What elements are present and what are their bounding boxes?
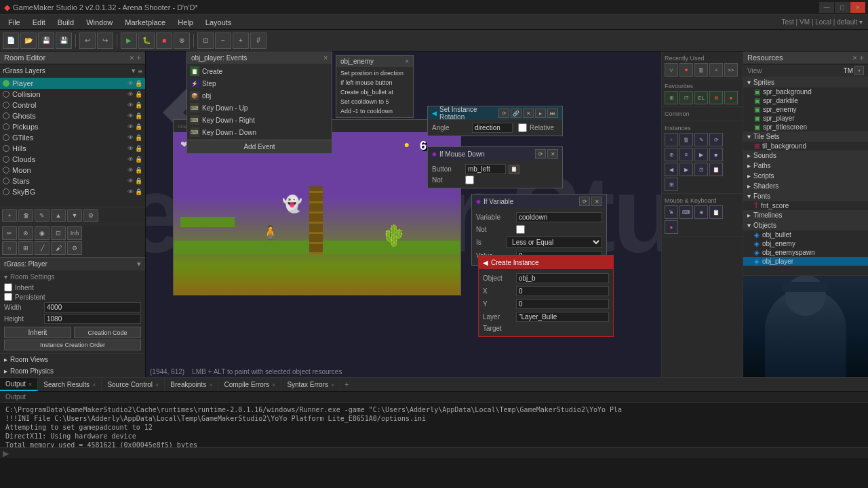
layer-skybg[interactable]: SkyBG 👁🔒: [0, 186, 145, 197]
scripts-section-header[interactable]: ▸ Scripts: [743, 171, 868, 181]
inst-icon-1[interactable]: +: [665, 133, 678, 146]
layer-lock-player[interactable]: 🔒: [135, 80, 142, 87]
layer-lock-hills[interactable]: 🔒: [135, 145, 142, 152]
layer-lock-stars[interactable]: 🔒: [135, 178, 142, 184]
event-keydown-up[interactable]: ⌨ Key Down - Up: [187, 102, 332, 114]
eraser-tool[interactable]: ⊗: [18, 226, 33, 240]
res-spr-titlescreen[interactable]: ▣spr_titlescreen: [743, 123, 868, 131]
layer-pickups[interactable]: Pickups 👁🔒: [0, 121, 145, 132]
icon-var[interactable]: V: [665, 63, 678, 77]
menu-build[interactable]: Build: [52, 17, 79, 28]
res-obj-enemy[interactable]: ◈obj_enemy: [743, 239, 868, 248]
tab-output-close[interactable]: ×: [28, 381, 32, 388]
layer-settings-btn[interactable]: ⚙: [83, 209, 98, 222]
mouse-close-btn[interactable]: ✕: [547, 149, 558, 159]
inst-icon-13[interactable]: ⊞: [665, 178, 678, 191]
action-if-mouse[interactable]: If left mouse button: [336, 78, 413, 87]
inst-icon-4[interactable]: ⟳: [709, 133, 723, 146]
res-til-background[interactable]: ⊞til_background: [743, 142, 868, 150]
menu-window[interactable]: Window: [81, 17, 118, 28]
var-close-btn[interactable]: ✕: [591, 197, 602, 206]
line-tool[interactable]: ╱: [35, 241, 50, 255]
fav-icon-2[interactable]: !?: [679, 91, 693, 104]
minimize-button[interactable]: —: [819, 2, 834, 13]
room-views-section[interactable]: ▸ Room Views: [0, 354, 145, 365]
fav-icon-5[interactable]: ●: [724, 91, 738, 104]
tab-compile-errors[interactable]: Compile Errors ×: [218, 378, 281, 391]
move-down-btn[interactable]: ▼: [67, 209, 82, 222]
layer-eye-moon[interactable]: 👁: [127, 167, 134, 174]
fonts-section-header[interactable]: ▾ Fonts: [743, 191, 868, 201]
res-spr-background[interactable]: ▣spr_background: [743, 87, 868, 96]
zoom-out-button[interactable]: −: [215, 33, 231, 49]
inherit-checkbox[interactable]: Inh: [67, 226, 82, 240]
sprites-section-header[interactable]: ▾ Sprites: [743, 77, 868, 87]
tab-search-close[interactable]: ×: [92, 382, 96, 388]
layer-clouds[interactable]: Clouds 👁🔒: [0, 154, 145, 165]
output-input-field[interactable]: [12, 448, 868, 458]
tilesets-section-header[interactable]: ▾ Tile Sets: [743, 131, 868, 142]
action-create-bullet[interactable]: Create obj_bullet at: [336, 87, 413, 97]
maximize-button[interactable]: □: [835, 2, 850, 13]
zoom-fit-button[interactable]: ⊡: [197, 33, 214, 49]
icon-delete[interactable]: 🗑: [694, 63, 708, 77]
add-event-button[interactable]: Add Event: [187, 140, 332, 153]
layer-hills[interactable]: Hills 👁🔒: [0, 143, 145, 154]
layer-eye-gtiles[interactable]: 👁: [127, 134, 134, 141]
sounds-section-header[interactable]: ▸ Sounds: [743, 150, 868, 161]
grid-button[interactable]: #: [250, 33, 267, 49]
icon-add[interactable]: +: [709, 63, 723, 77]
res-obj-player[interactable]: ◈obj_player: [743, 257, 868, 266]
inst-icon-10[interactable]: ▶: [679, 163, 693, 176]
res-obj-bullet[interactable]: ◈obj_bullet: [743, 230, 868, 239]
paint-tool[interactable]: 🖌: [51, 241, 66, 255]
res-add-small-btn[interactable]: +: [854, 66, 864, 75]
event-obj[interactable]: 📦 obj: [187, 89, 332, 102]
add-layer-btn[interactable]: +: [2, 209, 17, 222]
debug-button[interactable]: 🐛: [138, 33, 155, 49]
layer-gtiles[interactable]: GTiles 👁🔒: [0, 132, 145, 143]
layer-moon[interactable]: Moon 👁🔒: [0, 165, 145, 176]
tab-syntax-errors[interactable]: Syntax Errors ×: [281, 378, 340, 391]
x-input[interactable]: [516, 286, 609, 296]
event-keydown-down[interactable]: ⌨ Key Down - Down: [187, 126, 332, 138]
layer-eye-ghosts[interactable]: 👁: [127, 113, 134, 119]
rotation-refresh-btn[interactable]: ⟳: [498, 108, 509, 118]
layer-eye-player[interactable]: 👁: [127, 80, 134, 87]
menu-help[interactable]: Help: [172, 17, 199, 28]
room-settings-title[interactable]: ▾ Room Settings: [4, 273, 141, 281]
res-spr-player[interactable]: ▣spr_player: [743, 114, 868, 123]
var-not-checkbox[interactable]: [516, 225, 525, 234]
redo-button[interactable]: ↪: [97, 33, 113, 49]
object-input[interactable]: [516, 273, 609, 283]
tab-source-close[interactable]: ×: [155, 382, 159, 388]
tab-ce-close[interactable]: ×: [272, 382, 275, 388]
inst-icon-8[interactable]: ■: [709, 148, 723, 161]
action-set-cooldown[interactable]: Set cooldown to 5: [336, 97, 413, 106]
room-editor-add[interactable]: +: [137, 54, 141, 62]
layer-eye-hills[interactable]: 👁: [127, 145, 134, 152]
paths-section-header[interactable]: ▸ Paths: [743, 161, 868, 171]
timelines-section-header[interactable]: ▸ Timelines: [743, 210, 868, 220]
relative-checkbox[interactable]: [518, 123, 527, 132]
open-button[interactable]: 📂: [20, 33, 37, 49]
events-panel-close[interactable]: ×: [323, 54, 328, 62]
not-checkbox[interactable]: [465, 176, 474, 184]
inst-icon-2[interactable]: 🗑: [679, 133, 693, 146]
room-physics-section[interactable]: ▸ Room Physics: [0, 365, 145, 377]
is-select[interactable]: Less or Equal Equal Greater: [507, 237, 602, 248]
fill-tool[interactable]: ◉: [35, 226, 50, 240]
tab-bp-close[interactable]: ×: [209, 382, 212, 388]
resources-close-btn[interactable]: ×: [852, 54, 856, 62]
inherit-btn[interactable]: Inherit: [4, 327, 71, 338]
layer-control[interactable]: Control 👁🔒: [0, 100, 145, 110]
layer-collision[interactable]: Collision 👁🔒: [0, 89, 145, 100]
layer-eye-collision[interactable]: 👁: [127, 91, 134, 98]
res-fnt-score[interactable]: Tfnt_score: [743, 201, 868, 210]
circle-tool[interactable]: ○: [2, 241, 17, 255]
mouse-refresh-btn[interactable]: ⟳: [535, 149, 546, 159]
width-input[interactable]: [44, 302, 141, 312]
event-create[interactable]: 📋 Create: [187, 65, 332, 77]
edit-layer-btn[interactable]: ✎: [35, 209, 50, 222]
inst-icon-5[interactable]: ⊕: [665, 148, 678, 161]
